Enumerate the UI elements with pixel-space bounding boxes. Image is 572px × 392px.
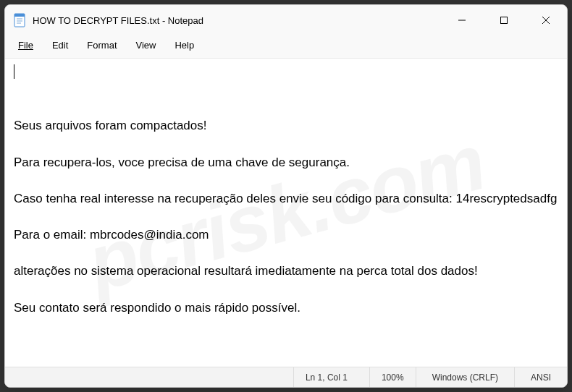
notepad-icon	[14, 13, 25, 27]
menu-help[interactable]: Help	[166, 37, 203, 54]
editor-content: Seus arquivos foram compactados! Para re…	[14, 119, 557, 314]
text-editor[interactable]: Seus arquivos foram compactados! Para re…	[5, 59, 567, 367]
svg-rect-1	[14, 14, 25, 17]
maximize-button[interactable]	[483, 5, 525, 35]
menubar: File Edit Format View Help	[5, 35, 567, 59]
close-button[interactable]	[525, 5, 567, 35]
notepad-window: HOW TO DECRYPT FILES.txt - Notepad File …	[4, 4, 568, 388]
titlebar: HOW TO DECRYPT FILES.txt - Notepad	[5, 5, 567, 35]
status-zoom: 100%	[369, 367, 416, 387]
status-position: Ln 1, Col 1	[293, 367, 369, 387]
statusbar: Ln 1, Col 1 100% Windows (CRLF) ANSI	[5, 367, 567, 387]
menu-format[interactable]: Format	[78, 37, 125, 54]
menu-edit[interactable]: Edit	[43, 37, 77, 54]
text-cursor	[14, 64, 14, 79]
window-title: HOW TO DECRYPT FILES.txt - Notepad	[33, 15, 441, 26]
minimize-button[interactable]	[441, 5, 483, 35]
status-line-ending: Windows (CRLF)	[416, 367, 514, 387]
watermark: pcrisk.com	[75, 106, 497, 320]
menu-file[interactable]: File	[9, 37, 42, 54]
menu-view[interactable]: View	[127, 37, 165, 54]
svg-rect-6	[501, 17, 508, 24]
status-encoding: ANSI	[514, 367, 567, 387]
window-controls	[441, 5, 567, 35]
